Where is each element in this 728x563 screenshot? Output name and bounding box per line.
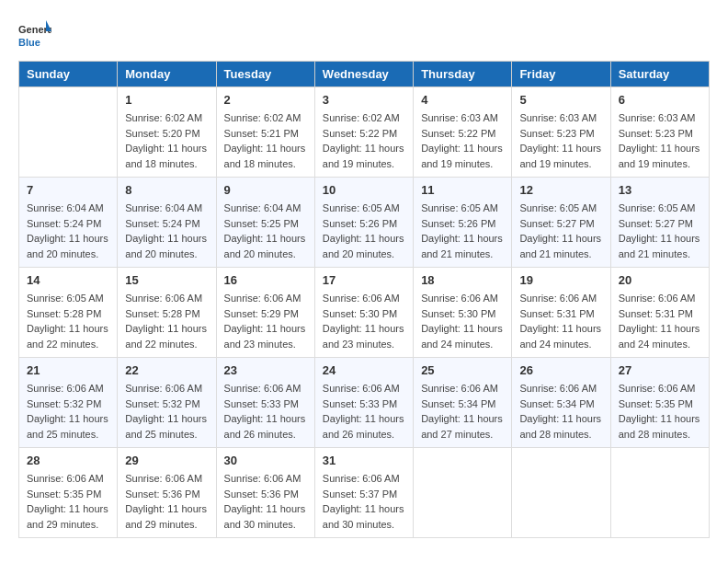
- calendar-cell: [19, 87, 118, 178]
- day-info: Sunrise: 6:06 AMSunset: 5:37 PMDaylight:…: [323, 471, 405, 532]
- day-number: 25: [421, 363, 504, 377]
- calendar-cell: 12Sunrise: 6:05 AMSunset: 5:27 PMDayligh…: [512, 178, 610, 268]
- day-info: Sunrise: 6:06 AMSunset: 5:32 PMDaylight:…: [125, 381, 208, 442]
- logo: General Blue: [18, 18, 51, 52]
- weekday-header: Thursday: [414, 62, 512, 87]
- calendar-cell: 1Sunrise: 6:02 AMSunset: 5:20 PMDaylight…: [118, 87, 216, 178]
- day-info: Sunrise: 6:06 AMSunset: 5:35 PMDaylight:…: [619, 381, 701, 442]
- day-number: 3: [323, 93, 405, 107]
- day-info: Sunrise: 6:05 AMSunset: 5:26 PMDaylight:…: [421, 201, 504, 261]
- calendar-cell: 26Sunrise: 6:06 AMSunset: 5:34 PMDayligh…: [512, 358, 610, 448]
- calendar-cell: 7Sunrise: 6:04 AMSunset: 5:24 PMDaylight…: [19, 178, 118, 268]
- day-number: 12: [519, 183, 602, 197]
- weekday-header: Tuesday: [216, 62, 314, 87]
- day-info: Sunrise: 6:06 AMSunset: 5:35 PMDaylight:…: [27, 471, 109, 532]
- calendar-cell: 20Sunrise: 6:06 AMSunset: 5:31 PMDayligh…: [610, 268, 709, 358]
- calendar-week-row: 14Sunrise: 6:05 AMSunset: 5:28 PMDayligh…: [19, 268, 710, 358]
- logo-container: General Blue: [18, 18, 51, 52]
- day-info: Sunrise: 6:06 AMSunset: 5:34 PMDaylight:…: [519, 381, 602, 442]
- day-info: Sunrise: 6:06 AMSunset: 5:36 PMDaylight:…: [224, 471, 307, 532]
- calendar-cell: 10Sunrise: 6:05 AMSunset: 5:26 PMDayligh…: [314, 178, 413, 268]
- day-number: 31: [323, 454, 405, 467]
- calendar-cell: 8Sunrise: 6:04 AMSunset: 5:24 PMDaylight…: [118, 178, 216, 268]
- day-info: Sunrise: 6:04 AMSunset: 5:24 PMDaylight:…: [27, 201, 109, 261]
- calendar-cell: 5Sunrise: 6:03 AMSunset: 5:23 PMDaylight…: [512, 87, 610, 178]
- calendar-cell: 16Sunrise: 6:06 AMSunset: 5:29 PMDayligh…: [216, 268, 314, 358]
- day-info: Sunrise: 6:06 AMSunset: 5:28 PMDaylight:…: [125, 291, 208, 351]
- day-number: 13: [619, 183, 701, 197]
- day-number: 20: [619, 273, 701, 287]
- day-number: 30: [224, 454, 307, 467]
- day-number: 9: [224, 183, 307, 197]
- calendar-cell: 23Sunrise: 6:06 AMSunset: 5:33 PMDayligh…: [216, 358, 314, 448]
- day-info: Sunrise: 6:06 AMSunset: 5:31 PMDaylight:…: [619, 291, 701, 351]
- day-number: 14: [27, 273, 109, 287]
- day-info: Sunrise: 6:05 AMSunset: 5:28 PMDaylight:…: [27, 291, 109, 351]
- logo-bird-icon: General Blue: [18, 18, 51, 52]
- calendar-cell: 28Sunrise: 6:06 AMSunset: 5:35 PMDayligh…: [19, 448, 118, 538]
- day-number: 10: [323, 183, 405, 197]
- day-number: 4: [421, 93, 504, 107]
- day-info: Sunrise: 6:06 AMSunset: 5:34 PMDaylight:…: [421, 381, 504, 442]
- day-info: Sunrise: 6:05 AMSunset: 5:26 PMDaylight:…: [323, 201, 405, 261]
- calendar-cell: 2Sunrise: 6:02 AMSunset: 5:21 PMDaylight…: [216, 87, 314, 178]
- day-number: 6: [619, 93, 701, 107]
- day-number: 28: [27, 454, 109, 467]
- calendar-cell: [512, 448, 610, 538]
- calendar-week-row: 21Sunrise: 6:06 AMSunset: 5:32 PMDayligh…: [19, 358, 710, 448]
- day-info: Sunrise: 6:04 AMSunset: 5:25 PMDaylight:…: [224, 201, 307, 261]
- day-info: Sunrise: 6:03 AMSunset: 5:23 PMDaylight:…: [519, 110, 602, 171]
- day-number: 2: [224, 93, 307, 107]
- day-info: Sunrise: 6:02 AMSunset: 5:22 PMDaylight:…: [323, 110, 405, 171]
- calendar-cell: [610, 448, 709, 538]
- day-number: 15: [125, 273, 208, 287]
- calendar-week-row: 7Sunrise: 6:04 AMSunset: 5:24 PMDaylight…: [19, 178, 710, 268]
- day-number: 8: [125, 183, 208, 197]
- calendar-week-row: 1Sunrise: 6:02 AMSunset: 5:20 PMDaylight…: [19, 87, 710, 178]
- day-number: 26: [519, 363, 602, 377]
- day-info: Sunrise: 6:06 AMSunset: 5:30 PMDaylight:…: [323, 291, 405, 351]
- day-info: Sunrise: 6:05 AMSunset: 5:27 PMDaylight:…: [619, 201, 701, 261]
- day-number: 27: [619, 363, 701, 377]
- calendar-cell: [414, 448, 512, 538]
- day-info: Sunrise: 6:06 AMSunset: 5:30 PMDaylight:…: [421, 291, 504, 351]
- calendar-cell: 4Sunrise: 6:03 AMSunset: 5:22 PMDaylight…: [414, 87, 512, 178]
- day-number: 11: [421, 183, 504, 197]
- calendar-cell: 29Sunrise: 6:06 AMSunset: 5:36 PMDayligh…: [118, 448, 216, 538]
- day-number: 24: [323, 363, 405, 377]
- day-info: Sunrise: 6:06 AMSunset: 5:33 PMDaylight:…: [224, 381, 307, 442]
- calendar-cell: 9Sunrise: 6:04 AMSunset: 5:25 PMDaylight…: [216, 178, 314, 268]
- day-number: 18: [421, 273, 504, 287]
- day-info: Sunrise: 6:06 AMSunset: 5:29 PMDaylight:…: [224, 291, 307, 351]
- day-info: Sunrise: 6:03 AMSunset: 5:22 PMDaylight:…: [421, 110, 504, 171]
- calendar-cell: 13Sunrise: 6:05 AMSunset: 5:27 PMDayligh…: [610, 178, 709, 268]
- calendar-cell: 21Sunrise: 6:06 AMSunset: 5:32 PMDayligh…: [19, 358, 118, 448]
- page-header: General Blue: [18, 18, 710, 52]
- calendar-cell: 15Sunrise: 6:06 AMSunset: 5:28 PMDayligh…: [118, 268, 216, 358]
- day-number: 16: [224, 273, 307, 287]
- day-number: 23: [224, 363, 307, 377]
- svg-text:Blue: Blue: [18, 37, 40, 48]
- day-number: 5: [519, 93, 602, 107]
- calendar-cell: 18Sunrise: 6:06 AMSunset: 5:30 PMDayligh…: [414, 268, 512, 358]
- calendar-cell: 3Sunrise: 6:02 AMSunset: 5:22 PMDaylight…: [314, 87, 413, 178]
- calendar-cell: 19Sunrise: 6:06 AMSunset: 5:31 PMDayligh…: [512, 268, 610, 358]
- day-info: Sunrise: 6:06 AMSunset: 5:31 PMDaylight:…: [519, 291, 602, 351]
- calendar-week-row: 28Sunrise: 6:06 AMSunset: 5:35 PMDayligh…: [19, 448, 710, 538]
- day-info: Sunrise: 6:06 AMSunset: 5:33 PMDaylight:…: [323, 381, 405, 442]
- day-info: Sunrise: 6:02 AMSunset: 5:21 PMDaylight:…: [224, 110, 307, 171]
- calendar-cell: 14Sunrise: 6:05 AMSunset: 5:28 PMDayligh…: [19, 268, 118, 358]
- weekday-header: Sunday: [19, 62, 118, 87]
- weekday-header: Monday: [118, 62, 216, 87]
- day-number: 21: [27, 363, 109, 377]
- day-info: Sunrise: 6:06 AMSunset: 5:32 PMDaylight:…: [27, 381, 109, 442]
- day-info: Sunrise: 6:05 AMSunset: 5:27 PMDaylight:…: [519, 201, 602, 261]
- calendar-cell: 24Sunrise: 6:06 AMSunset: 5:33 PMDayligh…: [314, 358, 413, 448]
- calendar-cell: 6Sunrise: 6:03 AMSunset: 5:23 PMDaylight…: [610, 87, 709, 178]
- calendar-cell: 30Sunrise: 6:06 AMSunset: 5:36 PMDayligh…: [216, 448, 314, 538]
- day-number: 17: [323, 273, 405, 287]
- day-number: 1: [125, 93, 208, 107]
- day-info: Sunrise: 6:04 AMSunset: 5:24 PMDaylight:…: [125, 201, 208, 261]
- calendar-cell: 11Sunrise: 6:05 AMSunset: 5:26 PMDayligh…: [414, 178, 512, 268]
- weekday-header: Wednesday: [314, 62, 413, 87]
